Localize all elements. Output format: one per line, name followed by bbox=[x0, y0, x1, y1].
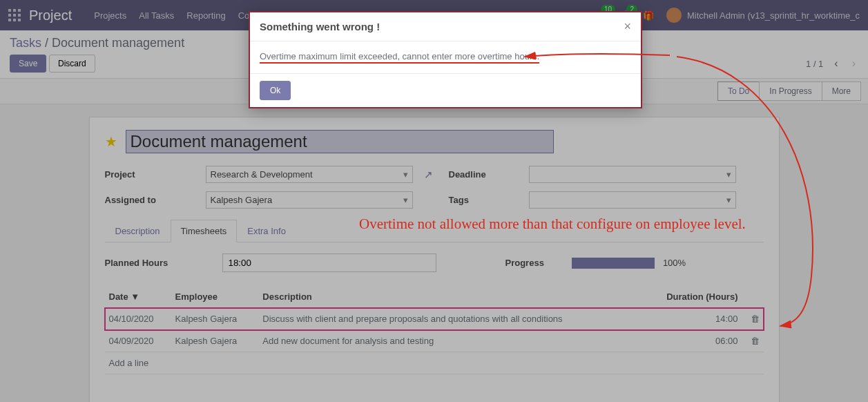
close-icon[interactable]: × bbox=[624, 19, 631, 34]
modal-message: Overtime maximum limit exceeded, cannot … bbox=[260, 51, 539, 64]
modal-title: Something went wrong ! bbox=[260, 21, 380, 32]
error-modal: Something went wrong ! × Overtime maximu… bbox=[249, 11, 642, 108]
ok-button[interactable]: Ok bbox=[260, 81, 291, 100]
annotation-text: Overtime not allowed more than that conf… bbox=[359, 216, 746, 233]
